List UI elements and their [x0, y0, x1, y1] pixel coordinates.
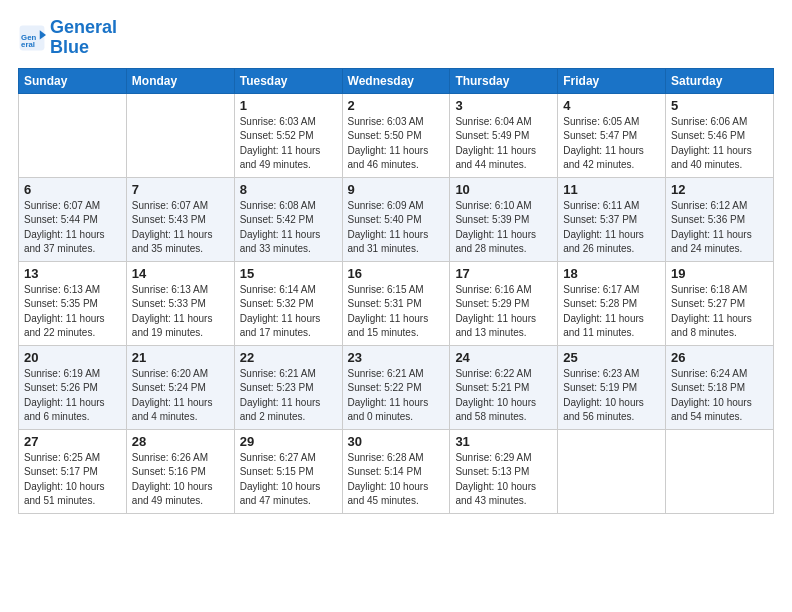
- logo-general: General: [50, 17, 117, 37]
- calendar-cell: 17Sunrise: 6:16 AMSunset: 5:29 PMDayligh…: [450, 261, 558, 345]
- calendar-cell: [19, 93, 127, 177]
- day-number: 4: [563, 98, 660, 113]
- calendar-cell: 30Sunrise: 6:28 AMSunset: 5:14 PMDayligh…: [342, 429, 450, 513]
- day-number: 8: [240, 182, 337, 197]
- day-number: 25: [563, 350, 660, 365]
- day-info: Sunrise: 6:11 AMSunset: 5:37 PMDaylight:…: [563, 200, 644, 255]
- day-info: Sunrise: 6:09 AMSunset: 5:40 PMDaylight:…: [348, 200, 429, 255]
- day-info: Sunrise: 6:15 AMSunset: 5:31 PMDaylight:…: [348, 284, 429, 339]
- calendar-cell: 11Sunrise: 6:11 AMSunset: 5:37 PMDayligh…: [558, 177, 666, 261]
- calendar-cell: 12Sunrise: 6:12 AMSunset: 5:36 PMDayligh…: [666, 177, 774, 261]
- day-number: 1: [240, 98, 337, 113]
- calendar-cell: 15Sunrise: 6:14 AMSunset: 5:32 PMDayligh…: [234, 261, 342, 345]
- calendar-cell: 5Sunrise: 6:06 AMSunset: 5:46 PMDaylight…: [666, 93, 774, 177]
- calendar-cell: 26Sunrise: 6:24 AMSunset: 5:18 PMDayligh…: [666, 345, 774, 429]
- calendar-cell: 6Sunrise: 6:07 AMSunset: 5:44 PMDaylight…: [19, 177, 127, 261]
- calendar-cell: 10Sunrise: 6:10 AMSunset: 5:39 PMDayligh…: [450, 177, 558, 261]
- day-info: Sunrise: 6:17 AMSunset: 5:28 PMDaylight:…: [563, 284, 644, 339]
- calendar-cell: 29Sunrise: 6:27 AMSunset: 5:15 PMDayligh…: [234, 429, 342, 513]
- day-info: Sunrise: 6:05 AMSunset: 5:47 PMDaylight:…: [563, 116, 644, 171]
- day-info: Sunrise: 6:21 AMSunset: 5:22 PMDaylight:…: [348, 368, 429, 423]
- calendar-cell: 14Sunrise: 6:13 AMSunset: 5:33 PMDayligh…: [126, 261, 234, 345]
- calendar-cell: 22Sunrise: 6:21 AMSunset: 5:23 PMDayligh…: [234, 345, 342, 429]
- calendar-cell: [558, 429, 666, 513]
- day-number: 19: [671, 266, 768, 281]
- calendar-week-row: 20Sunrise: 6:19 AMSunset: 5:26 PMDayligh…: [19, 345, 774, 429]
- day-number: 3: [455, 98, 552, 113]
- day-number: 11: [563, 182, 660, 197]
- calendar-week-row: 13Sunrise: 6:13 AMSunset: 5:35 PMDayligh…: [19, 261, 774, 345]
- page: Gen eral General Blue SundayMondayTuesda…: [0, 0, 792, 612]
- day-info: Sunrise: 6:22 AMSunset: 5:21 PMDaylight:…: [455, 368, 536, 423]
- day-info: Sunrise: 6:13 AMSunset: 5:33 PMDaylight:…: [132, 284, 213, 339]
- day-number: 24: [455, 350, 552, 365]
- day-info: Sunrise: 6:07 AMSunset: 5:44 PMDaylight:…: [24, 200, 105, 255]
- calendar-cell: 8Sunrise: 6:08 AMSunset: 5:42 PMDaylight…: [234, 177, 342, 261]
- calendar-cell: 18Sunrise: 6:17 AMSunset: 5:28 PMDayligh…: [558, 261, 666, 345]
- day-info: Sunrise: 6:27 AMSunset: 5:15 PMDaylight:…: [240, 452, 321, 507]
- day-number: 21: [132, 350, 229, 365]
- day-info: Sunrise: 6:24 AMSunset: 5:18 PMDaylight:…: [671, 368, 752, 423]
- weekday-header: Monday: [126, 68, 234, 93]
- day-info: Sunrise: 6:16 AMSunset: 5:29 PMDaylight:…: [455, 284, 536, 339]
- calendar-cell: 2Sunrise: 6:03 AMSunset: 5:50 PMDaylight…: [342, 93, 450, 177]
- day-info: Sunrise: 6:25 AMSunset: 5:17 PMDaylight:…: [24, 452, 105, 507]
- day-number: 30: [348, 434, 445, 449]
- calendar-header-row: SundayMondayTuesdayWednesdayThursdayFrid…: [19, 68, 774, 93]
- logo-blue: Blue: [50, 37, 89, 57]
- day-number: 16: [348, 266, 445, 281]
- day-number: 10: [455, 182, 552, 197]
- day-number: 13: [24, 266, 121, 281]
- day-info: Sunrise: 6:10 AMSunset: 5:39 PMDaylight:…: [455, 200, 536, 255]
- day-info: Sunrise: 6:13 AMSunset: 5:35 PMDaylight:…: [24, 284, 105, 339]
- day-info: Sunrise: 6:06 AMSunset: 5:46 PMDaylight:…: [671, 116, 752, 171]
- weekday-header: Tuesday: [234, 68, 342, 93]
- day-number: 15: [240, 266, 337, 281]
- day-info: Sunrise: 6:08 AMSunset: 5:42 PMDaylight:…: [240, 200, 321, 255]
- logo-text: General Blue: [50, 18, 117, 58]
- weekday-header: Wednesday: [342, 68, 450, 93]
- calendar-cell: 4Sunrise: 6:05 AMSunset: 5:47 PMDaylight…: [558, 93, 666, 177]
- day-number: 7: [132, 182, 229, 197]
- day-number: 5: [671, 98, 768, 113]
- calendar-cell: 1Sunrise: 6:03 AMSunset: 5:52 PMDaylight…: [234, 93, 342, 177]
- day-info: Sunrise: 6:07 AMSunset: 5:43 PMDaylight:…: [132, 200, 213, 255]
- calendar-cell: 28Sunrise: 6:26 AMSunset: 5:16 PMDayligh…: [126, 429, 234, 513]
- day-number: 28: [132, 434, 229, 449]
- day-info: Sunrise: 6:28 AMSunset: 5:14 PMDaylight:…: [348, 452, 429, 507]
- day-number: 20: [24, 350, 121, 365]
- logo: Gen eral General Blue: [18, 18, 117, 58]
- day-info: Sunrise: 6:18 AMSunset: 5:27 PMDaylight:…: [671, 284, 752, 339]
- day-number: 2: [348, 98, 445, 113]
- day-number: 22: [240, 350, 337, 365]
- svg-text:eral: eral: [21, 40, 35, 49]
- day-number: 14: [132, 266, 229, 281]
- weekday-header: Friday: [558, 68, 666, 93]
- header: Gen eral General Blue: [18, 18, 774, 58]
- calendar-cell: 9Sunrise: 6:09 AMSunset: 5:40 PMDaylight…: [342, 177, 450, 261]
- calendar-cell: 16Sunrise: 6:15 AMSunset: 5:31 PMDayligh…: [342, 261, 450, 345]
- weekday-header: Thursday: [450, 68, 558, 93]
- calendar-cell: [666, 429, 774, 513]
- day-info: Sunrise: 6:03 AMSunset: 5:52 PMDaylight:…: [240, 116, 321, 171]
- weekday-header: Saturday: [666, 68, 774, 93]
- day-info: Sunrise: 6:12 AMSunset: 5:36 PMDaylight:…: [671, 200, 752, 255]
- calendar-cell: 3Sunrise: 6:04 AMSunset: 5:49 PMDaylight…: [450, 93, 558, 177]
- day-info: Sunrise: 6:14 AMSunset: 5:32 PMDaylight:…: [240, 284, 321, 339]
- calendar-cell: 27Sunrise: 6:25 AMSunset: 5:17 PMDayligh…: [19, 429, 127, 513]
- calendar-cell: 31Sunrise: 6:29 AMSunset: 5:13 PMDayligh…: [450, 429, 558, 513]
- logo-icon: Gen eral: [18, 24, 46, 52]
- calendar-table: SundayMondayTuesdayWednesdayThursdayFrid…: [18, 68, 774, 514]
- calendar-cell: 25Sunrise: 6:23 AMSunset: 5:19 PMDayligh…: [558, 345, 666, 429]
- day-info: Sunrise: 6:29 AMSunset: 5:13 PMDaylight:…: [455, 452, 536, 507]
- day-number: 23: [348, 350, 445, 365]
- calendar-cell: [126, 93, 234, 177]
- day-number: 9: [348, 182, 445, 197]
- day-number: 6: [24, 182, 121, 197]
- calendar-week-row: 6Sunrise: 6:07 AMSunset: 5:44 PMDaylight…: [19, 177, 774, 261]
- weekday-header: Sunday: [19, 68, 127, 93]
- day-info: Sunrise: 6:23 AMSunset: 5:19 PMDaylight:…: [563, 368, 644, 423]
- calendar-cell: 21Sunrise: 6:20 AMSunset: 5:24 PMDayligh…: [126, 345, 234, 429]
- day-number: 12: [671, 182, 768, 197]
- calendar-cell: 24Sunrise: 6:22 AMSunset: 5:21 PMDayligh…: [450, 345, 558, 429]
